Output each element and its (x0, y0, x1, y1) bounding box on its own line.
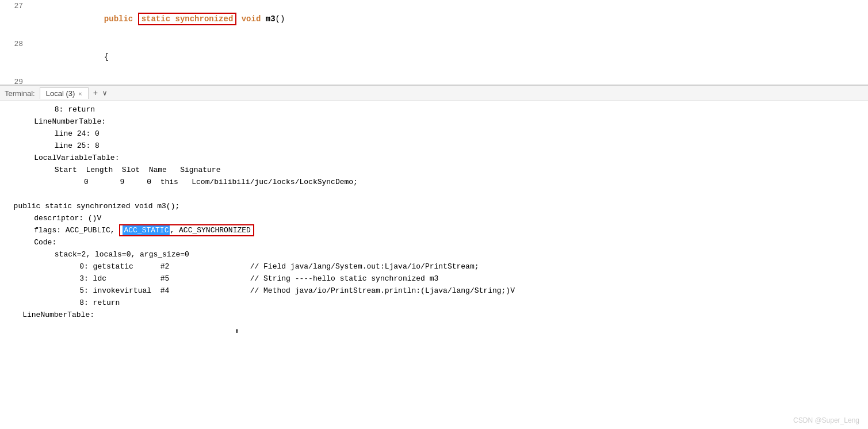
terminal-line-18: LineNumberTable: (5, 309, 863, 321)
code-line-28: 28 { (0, 38, 868, 76)
cursor-area: ⬆ (5, 321, 863, 336)
code-content-27: public static synchronized void m3() (40, 0, 868, 38)
line-number-29: 29 (0, 76, 29, 85)
terminal-line-8 (5, 188, 863, 200)
terminal-line-11: flags: ACC_PUBLIC, ACC_STATIC, ACC_SYNCH… (5, 224, 863, 236)
code-line-27: 27 public static synchronized void m3() (0, 0, 868, 38)
terminal-add-button[interactable]: + (93, 89, 98, 98)
main-container: 27 public static synchronized void m3() … (0, 0, 868, 429)
mouse-cursor: ⬆ (235, 327, 239, 336)
terminal-chevron[interactable]: ∨ (102, 89, 107, 98)
terminal-tab-label: Local (3) (46, 89, 75, 98)
terminal-line-14: 0: getstatic #2 // Field java/lang/Syste… (5, 261, 863, 273)
line-number-28: 28 (0, 38, 29, 51)
code-editor-top: 27 public static synchronized void m3() … (0, 0, 868, 85)
terminal-line-16: 5: invokevirtual #4 // Method java/io/Pr… (5, 285, 863, 297)
terminal-line-9: public static synchronized void m3(); (5, 200, 863, 212)
terminal-line-12: Code: (5, 236, 863, 248)
terminal-line-3: line 24: 0 (5, 128, 863, 140)
terminal-line-4: line 25: 8 (5, 140, 863, 152)
csdn-watermark: CSDN @Super_Leng (793, 416, 859, 424)
terminal-line-17: 8: return (5, 297, 863, 309)
terminal-tab-local3[interactable]: Local (3) × (40, 87, 89, 99)
terminal-line-1: 8: return (5, 104, 863, 116)
code-content-28: { (40, 38, 868, 76)
terminal-label: Terminal: (5, 89, 35, 98)
terminal-line-5: LocalVariableTable: (5, 152, 863, 164)
terminal-tab-close[interactable]: × (78, 90, 82, 97)
line-number-27: 27 (0, 0, 29, 13)
terminal-line-15: 3: ldc #5 // String ----hello static syn… (5, 273, 863, 285)
terminal-line-6: Start Length Slot Name Signature (5, 164, 863, 176)
code-content-29: System.out.println("----hello static syn… (40, 76, 868, 85)
terminal-output[interactable]: 8: return LineNumberTable: line 24: 0 li… (0, 101, 868, 429)
terminal-bar: Terminal: Local (3) × + ∨ (0, 85, 868, 101)
terminal-line-7: 0 9 0 this Lcom/bilibili/juc/locks/LockS… (5, 176, 863, 188)
code-line-29: 29 System.out.println("----hello static … (0, 76, 868, 85)
terminal-line-13: stack=2, locals=0, args_size=0 (5, 248, 863, 261)
terminal-line-2: LineNumberTable: (5, 116, 863, 128)
terminal-line-10: descriptor: ()V (5, 212, 863, 224)
